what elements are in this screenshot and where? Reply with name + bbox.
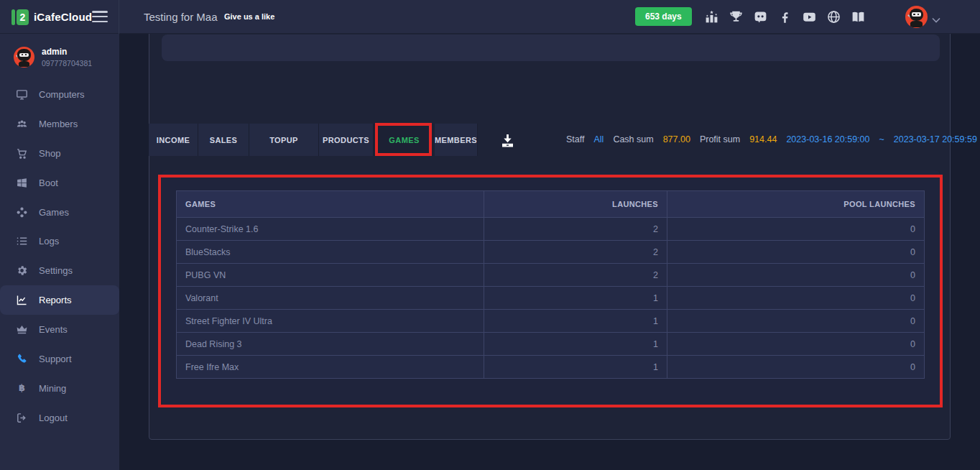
sidebar-item-shop[interactable]: Shop [0,139,119,168]
sidebar-item-label: Settings [39,265,73,276]
sidebar-item-games[interactable]: Games [0,198,119,227]
sidebar-item-label: Computers [39,89,85,100]
pool-launches-cell: 0 [667,333,924,355]
sidebar-item-logout[interactable]: Logout [0,403,119,433]
filter-item-: ~ [879,134,884,144]
sidebar-item-boot[interactable]: Boot [0,168,119,198]
filter-item-staff: Staff [566,134,584,144]
ranking-icon[interactable] [704,9,719,24]
sidebar-user-avatar[interactable] [14,47,34,68]
sidebar-item-members[interactable]: Members [0,109,119,139]
game-name-cell: Street Fighter IV Ultra [177,310,484,332]
facebook-icon[interactable] [777,9,792,24]
tab-topup[interactable]: TOPUP [249,124,319,156]
tab-products[interactable]: PRODUCTS [319,124,374,156]
launches-cell: 1 [484,333,667,355]
sidebar-item-label: Reports [39,295,72,305]
crown-icon [16,323,28,336]
sidebar-item-label: Logs [39,236,59,246]
trophy-icon[interactable] [729,9,744,24]
sidebar-item-computers[interactable]: Computers [0,80,119,109]
top-bar: 2 iCafeCloud Testing for Maa Give us a l… [0,0,980,34]
discord-icon[interactable] [753,9,768,24]
table-row: Dead Rising 3 1 0 [177,332,924,355]
user-avatar[interactable] [905,6,928,28]
game-name-cell: Valorant [177,287,484,309]
ninja-avatar-image [905,6,928,28]
column-header-games: GAMES [177,191,484,217]
cafe-title: Testing for Maa [144,0,218,34]
sidebar-item-label: Members [39,119,78,129]
report-filter-summary: StaffAllCash sum877.00Profit sum914.4420… [566,131,977,148]
table-row: Valorant 1 0 [177,286,924,309]
logout-icon [16,412,28,424]
user-phone: 097778704381 [42,59,92,68]
tab-label: PRODUCTS [323,136,369,144]
username: admin [42,47,67,57]
tab-games[interactable]: GAMES [374,124,435,156]
sidebar-item-label: Shop [39,148,60,159]
game-name-cell: Dead Rising 3 [177,333,484,355]
chevron-down-icon[interactable] [932,13,940,20]
icafecloud-logo-icon: 2 [11,9,29,25]
sidebar-item-label: Logout [39,413,68,423]
filter-item-2023-03-17-20-59-59[interactable]: 2023-03-17 20:59:59 [894,134,977,144]
menu-toggle-icon[interactable] [92,11,108,22]
launches-cell: 1 [484,310,667,332]
game-name-cell: BlueStacks [177,241,484,263]
table-row: Counter-Strike 1.6 2 0 [177,217,924,240]
chart-icon [16,294,28,306]
table-row: BlueStacks 2 0 [177,240,924,263]
pool-launches-cell: 0 [667,264,924,286]
sidebar-item-support[interactable]: Support [0,344,119,374]
svg-text:฿: ฿ [19,382,25,393]
tab-label: TOPUP [269,136,298,144]
tab-label: MEMBERS [435,136,477,144]
give-us-a-like-link[interactable]: Give us a like [224,0,274,34]
sidebar-item-mining[interactable]: ฿ Mining [0,374,119,403]
sidebar-item-label: Events [39,324,68,335]
globe-icon[interactable] [826,9,841,24]
header-icon-row [704,9,866,24]
book-icon[interactable] [851,9,866,24]
table-row: Street Fighter IV Ultra 1 0 [177,309,924,332]
sidebar-item-label: Mining [39,383,66,394]
download-report-icon[interactable] [499,132,517,149]
pool-launches-cell: 0 [667,356,924,378]
windows-icon [16,177,28,189]
table-row: Free Ifre Max 1 0 [177,355,924,378]
sidebar-item-logs[interactable]: Logs [0,226,119,256]
cart-icon [16,147,28,160]
sidebar-item-reports[interactable]: Reports [0,285,119,315]
tab-members[interactable]: MEMBERS [435,124,478,156]
sidebar-user-block: admin 097778704381 [0,44,119,78]
pool-launches-cell: 0 [667,310,924,332]
launches-cell: 1 [484,356,667,378]
launches-cell: 2 [484,241,667,263]
column-header-launches: LAUNCHES [484,191,667,217]
pool-launches-cell: 0 [667,218,924,240]
sidebar-item-label: Support [39,354,72,364]
sidebar-item-events[interactable]: Events [0,315,119,344]
games-table: GAMES LAUNCHES POOL LAUNCHES Counter-Str… [176,190,925,379]
launches-cell: 2 [484,218,667,240]
sidebar-item-label: Games [39,207,69,218]
tab-label: INCOME [157,136,190,144]
column-header-pool-launches: POOL LAUNCHES [667,191,924,217]
games-table-body: Counter-Strike 1.6 2 0 BlueStacks 2 0 PU… [177,217,924,378]
filter-item-2023-03-16-20-59-00[interactable]: 2023-03-16 20:59:00 [786,134,869,144]
tab-sales[interactable]: SALES [198,124,249,156]
tab-income[interactable]: INCOME [149,124,198,156]
filter-item-all[interactable]: All [593,134,604,144]
game-name-cell: Counter-Strike 1.6 [177,218,484,240]
youtube-icon[interactable] [802,9,817,24]
filter-item-profit-sum: Profit sum [700,134,740,144]
ninja-avatar-image [14,47,34,68]
sidebar-item-settings[interactable]: Settings [0,256,119,285]
monitor-icon [16,88,28,101]
report-tabs: INCOME SALES TOPUP PRODUCTS GAMES MEMBER… [149,124,478,156]
sidebar: admin 097778704381 Computers Members Sho… [0,34,119,470]
days-remaining-badge[interactable]: 653 days [635,7,692,26]
list-icon [16,235,28,247]
tab-label: SALES [210,136,238,144]
